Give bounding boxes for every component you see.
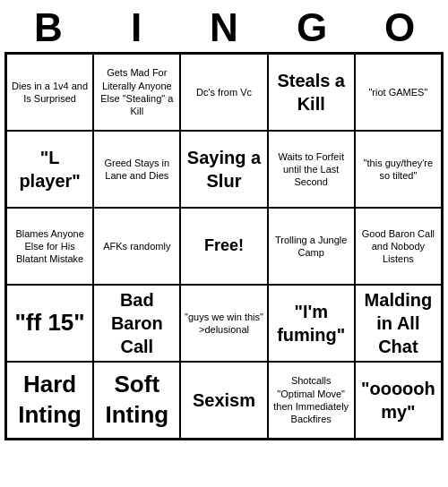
bingo-cell-2: Dc's from Vc — [180, 54, 267, 131]
bingo-cell-9: "this guy/they're so tilted" — [355, 131, 442, 208]
bingo-cell-10: Blames Anyone Else for His Blatant Mista… — [6, 208, 93, 285]
bingo-cell-23: Shotcalls "Optimal Move" then Immediatel… — [268, 362, 355, 439]
bingo-cell-14: Good Baron Call and Nobody Listens — [355, 208, 442, 285]
bingo-cell-20: Hard Inting — [6, 362, 93, 439]
title-letter-b: B — [4, 5, 92, 50]
title-letter-i: I — [92, 5, 180, 50]
bingo-cell-18: "I'm fuming" — [268, 285, 355, 362]
bingo-cell-15: "ff 15" — [6, 285, 93, 362]
bingo-cell-21: Soft Inting — [93, 362, 180, 439]
bingo-cell-4: "riot GAMES" — [355, 54, 442, 131]
bingo-grid: Dies in a 1v4 and Is SurprisedGets Mad F… — [4, 52, 444, 440]
bingo-cell-11: AFKs randomly — [93, 208, 180, 285]
bingo-cell-24: "oooooh my" — [355, 362, 442, 439]
bingo-cell-19: Malding in All Chat — [355, 285, 442, 362]
bingo-cell-16: Bad Baron Call — [93, 285, 180, 362]
bingo-cell-13: Trolling a Jungle Camp — [268, 208, 355, 285]
bingo-cell-17: "guys we win this" >delusional — [180, 285, 267, 362]
bingo-cell-12: Free! — [180, 208, 267, 285]
bingo-title: BINGO — [4, 5, 444, 50]
bingo-cell-1: Gets Mad For Literally Anyone Else "Stea… — [93, 54, 180, 131]
bingo-cell-3: Steals a Kill — [268, 54, 355, 131]
bingo-cell-0: Dies in a 1v4 and Is Surprised — [6, 54, 93, 131]
bingo-card: BINGO Dies in a 1v4 and Is SurprisedGets… — [4, 5, 444, 440]
bingo-cell-5: "L player" — [6, 131, 93, 208]
bingo-cell-22: Sexism — [180, 362, 267, 439]
bingo-cell-6: Greed Stays in Lane and Dies — [93, 131, 180, 208]
bingo-cell-8: Waits to Forfeit until the Last Second — [268, 131, 355, 208]
bingo-cell-7: Saying a Slur — [180, 131, 267, 208]
title-letter-g: G — [268, 5, 356, 50]
title-letter-n: N — [180, 5, 268, 50]
title-letter-o: O — [356, 5, 444, 50]
